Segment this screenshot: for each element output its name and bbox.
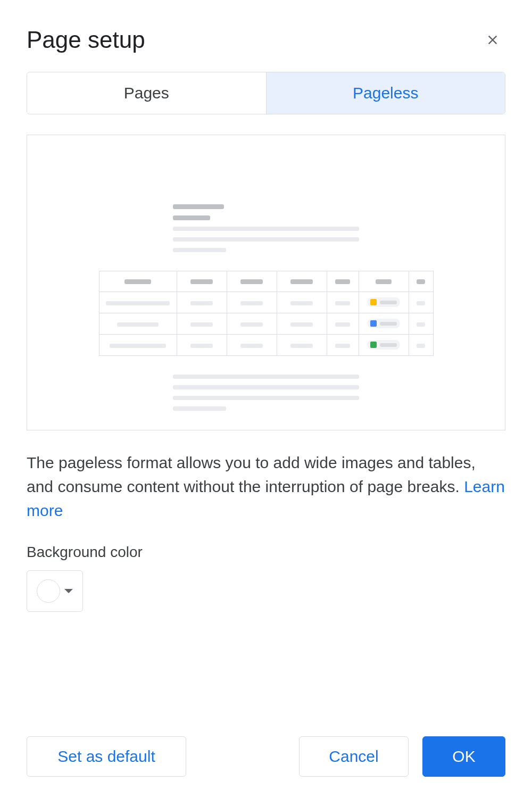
description-text: The pageless format allows you to add wi…: [27, 454, 476, 495]
dialog-title: Page setup: [27, 27, 145, 53]
cancel-button[interactable]: Cancel: [299, 736, 409, 777]
close-icon: [485, 32, 500, 47]
ok-button[interactable]: OK: [422, 736, 505, 777]
tab-pageless[interactable]: Pageless: [266, 72, 505, 114]
chevron-down-icon: [64, 589, 73, 593]
background-color-label: Background color: [27, 544, 505, 561]
set-default-button[interactable]: Set as default: [27, 736, 186, 777]
close-button[interactable]: [480, 27, 505, 53]
pageless-description: The pageless format allows you to add wi…: [27, 451, 505, 522]
background-color-picker[interactable]: [27, 570, 83, 612]
pageless-preview: [27, 135, 505, 430]
tab-bar: Pages Pageless: [27, 72, 505, 114]
tab-pages[interactable]: Pages: [27, 72, 266, 114]
color-swatch: [37, 579, 60, 603]
